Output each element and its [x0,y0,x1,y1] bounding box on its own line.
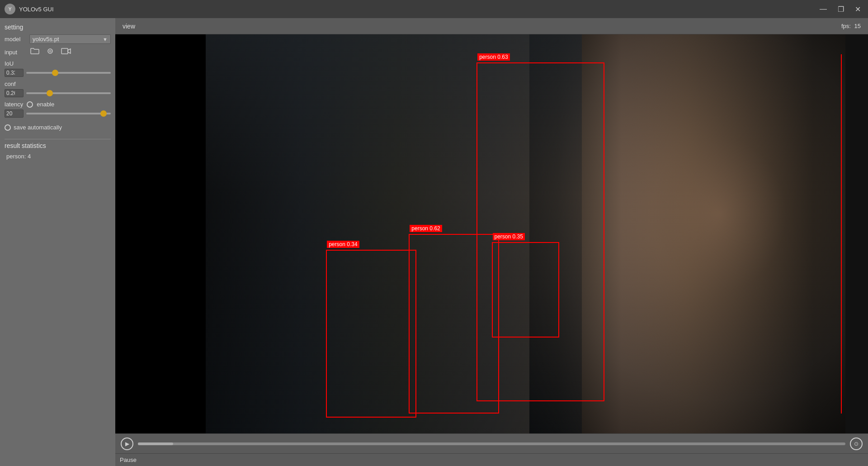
close-button[interactable]: ✕ [852,5,863,14]
progress-fill [138,442,173,445]
result-person-count: person: 4 [6,153,111,160]
iou-slider-container [5,69,111,77]
title-bar-left: Y YOLOv5 GUI [5,4,54,14]
video-area: person 0.63 person 0.62 person 0.34 pers… [115,34,868,433]
iou-row: IoU [5,60,111,77]
app-title: YOLOv5 GUI [19,6,54,13]
detection-box-person-034: person 0.34 [326,250,416,417]
save-auto-row: save automatically [5,124,111,131]
folder-icon-button[interactable] [29,47,40,57]
detection-label-person-062: person 0.62 [410,225,442,232]
save-auto-checkbox[interactable] [5,124,11,131]
playback-bar: ▶ ⊙ [115,433,868,453]
conf-row: conf [5,81,111,97]
title-bar: Y YOLOv5 GUI — ❐ ✕ [0,0,868,18]
end-button[interactable]: ⊙ [850,437,863,450]
input-icons [29,47,72,57]
end-icon: ⊙ [854,441,859,447]
save-auto-label: save automatically [14,124,62,131]
status-bar: Pause [115,453,868,466]
fps-value: 15 [854,23,861,29]
play-icon: ▶ [125,441,129,447]
black-bar-left [115,34,206,433]
model-value: yolov5s.pt [33,36,59,43]
result-statistics-title: result statistics [5,142,111,149]
minimize-button[interactable]: — [817,5,830,14]
app-icon: Y [5,4,15,14]
conf-label: conf [5,81,16,87]
svg-point-0 [48,49,52,53]
title-bar-controls: — ❐ ✕ [817,5,863,14]
latency-enable-radio[interactable] [27,101,33,108]
detection-label-person-063: person 0.63 [477,53,509,61]
status-text: Pause [120,456,137,463]
latency-label: latency [5,101,23,108]
latency-slider[interactable] [26,113,111,114]
view-label: view [123,23,135,30]
fps-label: fps: [841,23,851,29]
latency-label-row: latency enable [5,101,111,108]
sidebar: setting model yolov5s.pt ▼ input [0,18,115,466]
iou-slider[interactable] [26,72,111,74]
input-row: input [5,47,111,57]
model-select[interactable]: yolov5s.pt ▼ [29,34,111,44]
model-dropdown-arrow: ▼ [103,37,108,42]
iou-label: IoU [5,60,14,67]
video-icon-button[interactable] [60,47,72,57]
iou-value-input[interactable] [5,69,24,77]
detection-label-person-034: person 0.34 [327,241,359,248]
camera-icon-button[interactable] [45,47,56,57]
main-layout: setting model yolov5s.pt ▼ input [0,18,868,466]
iou-label-row: IoU [5,60,111,67]
model-label: model [5,36,29,43]
latency-slider-container [5,109,111,118]
divider [5,139,111,139]
latency-value-input[interactable] [5,109,24,118]
content-area: view fps: 15 person 0.63 [115,18,868,466]
view-header: view fps: 15 [115,18,868,34]
setting-section-title: setting [5,24,111,31]
detection-label-person-035: person 0.35 [493,233,525,240]
detection-box-person-035: person 0.35 [492,242,560,338]
conf-slider-container [5,89,111,97]
conf-label-row: conf [5,81,111,87]
latency-enable-label: enable [37,101,54,108]
input-label: input [5,49,29,56]
model-row: model yolov5s.pt ▼ [5,34,111,44]
scene-background: person 0.63 person 0.62 person 0.34 pers… [115,34,868,433]
black-bar-right [845,34,868,433]
detection-box-person-062: person 0.62 [409,234,499,414]
fps-display: fps: 15 [841,23,861,29]
svg-rect-2 [61,48,68,54]
maximize-button[interactable]: ❐ [835,5,847,14]
progress-bar[interactable] [138,442,845,445]
conf-slider[interactable] [26,92,111,94]
svg-point-1 [49,50,51,52]
play-pause-button[interactable]: ▶ [121,437,133,450]
conf-value-input[interactable] [5,89,24,97]
detection-line-right [841,54,842,414]
